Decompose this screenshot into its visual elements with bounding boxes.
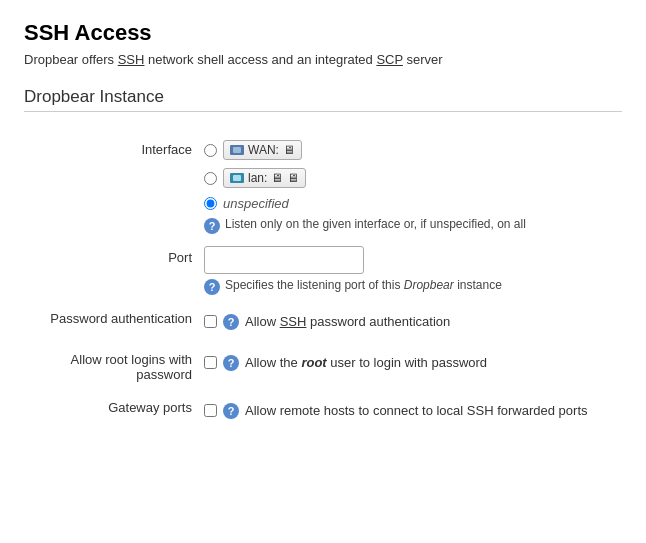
gateway-ports-label: Gateway ports	[24, 390, 204, 431]
interface-field: WAN: 🖥 lan: 🖥 🖥	[204, 132, 622, 240]
port-field: ? Specifies the listening port of this D…	[204, 240, 622, 301]
wan-button[interactable]: WAN: 🖥	[223, 140, 302, 160]
gateway-ports-row: Gateway ports ? Allow remote hosts to co…	[24, 390, 622, 431]
lan-icon	[230, 173, 244, 183]
password-auth-help-icon: ?	[223, 314, 239, 330]
lan-icons: 🖥 🖥	[271, 171, 298, 185]
password-auth-checkbox[interactable]	[204, 315, 217, 328]
subtitle: Dropbear offers SSH network shell access…	[24, 52, 622, 67]
interface-lan-option: lan: 🖥 🖥	[204, 166, 622, 190]
port-input[interactable]	[204, 246, 364, 274]
root-login-checkbox[interactable]	[204, 356, 217, 369]
interface-row: Interface WAN: 🖥	[24, 132, 622, 240]
wan-label: WAN:	[248, 143, 279, 157]
interface-radio-group: WAN: 🖥 lan: 🖥 🖥	[204, 138, 622, 213]
section-title: Dropbear Instance	[24, 87, 622, 112]
password-auth-label: Password authentication	[24, 301, 204, 342]
root-login-help-icon: ?	[223, 355, 239, 371]
password-auth-text: Allow SSH password authentication	[245, 314, 450, 329]
interface-label: Interface	[24, 132, 204, 240]
root-login-text: Allow the root user to login with passwo…	[245, 355, 487, 370]
gateway-ports-check-row: ? Allow remote hosts to connect to local…	[204, 396, 622, 425]
password-auth-check-row: ? Allow SSH password authentication	[204, 307, 622, 336]
root-login-field: ? Allow the root user to login with pass…	[204, 342, 622, 390]
gateway-ports-text: Allow remote hosts to connect to local S…	[245, 403, 588, 418]
password-auth-row: Password authentication ? Allow SSH pass…	[24, 301, 622, 342]
port-label: Port	[24, 240, 204, 301]
interface-wan-radio[interactable]	[204, 144, 217, 157]
interface-unspecified-radio[interactable]	[204, 197, 217, 210]
root-login-label: Allow root logins with password	[24, 342, 204, 390]
interface-lan-radio[interactable]	[204, 172, 217, 185]
gateway-ports-field: ? Allow remote hosts to connect to local…	[204, 390, 622, 431]
root-login-check-row: ? Allow the root user to login with pass…	[204, 348, 622, 377]
interface-help-icon: ?	[204, 218, 220, 234]
lan-button[interactable]: lan: 🖥 🖥	[223, 168, 306, 188]
wan-network-icon: 🖥	[283, 143, 295, 157]
settings-form: Interface WAN: 🖥	[24, 132, 622, 431]
gateway-ports-help-icon: ?	[223, 403, 239, 419]
port-hint-text: Specifies the listening port of this Dro…	[225, 278, 502, 292]
gateway-ports-checkbox[interactable]	[204, 404, 217, 417]
port-row: Port ? Specifies the listening port of t…	[24, 240, 622, 301]
interface-unspecified-option: unspecified	[204, 194, 622, 213]
page-title: SSH Access	[24, 20, 622, 46]
unspecified-label: unspecified	[223, 196, 289, 211]
password-auth-field: ? Allow SSH password authentication	[204, 301, 622, 342]
wan-icon	[230, 145, 244, 155]
root-login-row: Allow root logins with password ? Allow …	[24, 342, 622, 390]
interface-hint-row: ? Listen only on the given interface or,…	[204, 217, 622, 234]
port-hint-row: ? Specifies the listening port of this D…	[204, 278, 622, 295]
interface-wan-option: WAN: 🖥	[204, 138, 622, 162]
interface-hint-text: Listen only on the given interface or, i…	[225, 217, 526, 231]
lan-label: lan:	[248, 171, 267, 185]
port-help-icon: ?	[204, 279, 220, 295]
